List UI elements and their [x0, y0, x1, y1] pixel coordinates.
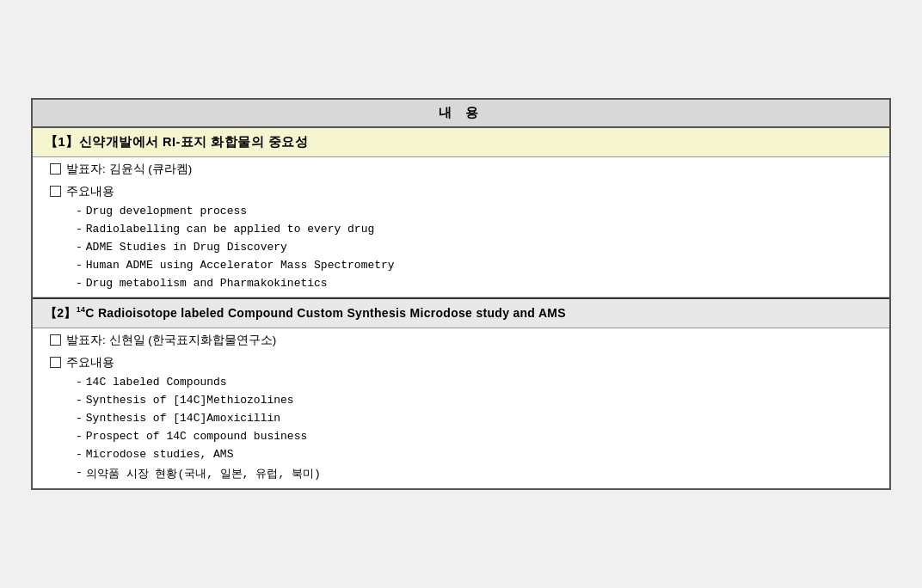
section-2-header: 【2】14C Radioisotope labeled Compound Cus… [33, 297, 889, 328]
section-1-presenter-row: 발표자: 김윤식 (큐라켐) [33, 157, 889, 180]
list-item: - Synthesis of [14C]Amoxicillin [33, 409, 889, 427]
checkbox-icon-1 [50, 163, 61, 175]
section-2-header-prefix: 【2】 [45, 306, 77, 320]
section-1-content-label: 주요내용 [66, 184, 114, 199]
list-item: - ADME Studies in Drug Discovery [33, 238, 889, 256]
item-text: Drug development process [86, 205, 247, 217]
item-text: Microdose studies, AMS [86, 448, 234, 461]
section-1-content-label-row: 주요내용 [33, 180, 889, 202]
list-item: - Drug development process [33, 202, 889, 220]
item-text: Prospect of 14C compound business [86, 430, 307, 443]
section-1-content: 발표자: 김윤식 (큐라켐) 주요내용 - Drug development p… [33, 157, 889, 297]
item-text: Radiolabelling can be applied to every d… [86, 223, 374, 236]
checkbox-icon-2 [50, 186, 61, 197]
checkbox-icon-4 [50, 357, 61, 368]
section-2-content: 발표자: 신현일 (한국표지화합물연구소) 주요내용 - 14C labeled… [33, 328, 889, 488]
superscript-14: 14 [77, 305, 86, 314]
section-1: 【1】신약개발에서 RI-표지 화합물의 중요성 발표자: 김윤식 (큐라켐) … [33, 128, 889, 297]
header-title: 내 용 [439, 105, 483, 119]
main-table: 내 용 【1】신약개발에서 RI-표지 화합물의 중요성 발표자: 김윤식 (큐… [31, 98, 891, 490]
list-item: - 14C labeled Compounds [33, 373, 889, 391]
item-text: ADME Studies in Drug Discovery [86, 241, 287, 254]
section-2-header-suffix: C Radioisotope labeled Compound Custom S… [85, 306, 566, 320]
item-text: 14C labeled Compounds [86, 376, 227, 389]
section-1-header: 【1】신약개발에서 RI-표지 화합물의 중요성 [33, 128, 889, 157]
list-item: - Radiolabelling can be applied to every… [33, 220, 889, 238]
item-text: 의약품 시장 현황(국내, 일본, 유럽, 북미) [86, 466, 321, 481]
section-2: 【2】14C Radioisotope labeled Compound Cus… [33, 297, 889, 488]
checkbox-icon-3 [50, 334, 61, 346]
table-header: 내 용 [33, 100, 889, 128]
section-2-presenter-row: 발표자: 신현일 (한국표지화합물연구소) [33, 328, 889, 351]
item-text: Synthesis of [14C]Methiozolines [86, 394, 294, 407]
list-item: - Prospect of 14C compound business [33, 427, 889, 445]
item-text: Drug metabolism and Pharmakokinetics [86, 277, 328, 290]
list-item: - Drug metabolism and Pharmakokinetics [33, 274, 889, 297]
item-text: Synthesis of [14C]Amoxicillin [86, 412, 280, 425]
section-1-header-text: 【1】신약개발에서 RI-표지 화합물의 중요성 [45, 135, 308, 149]
list-item: - Human ADME using Accelerator Mass Spec… [33, 256, 889, 274]
section-2-presenter: 발표자: 신현일 (한국표지화합물연구소) [66, 333, 276, 348]
section-2-content-label: 주요내용 [66, 355, 114, 371]
list-item: - Synthesis of [14C]Methiozolines [33, 391, 889, 409]
list-item: - Microdose studies, AMS [33, 445, 889, 463]
section-1-presenter: 발표자: 김윤식 (큐라켐) [66, 162, 192, 177]
list-item: - 의약품 시장 현황(국내, 일본, 유럽, 북미) [33, 463, 889, 488]
item-text: Human ADME using Accelerator Mass Spectr… [86, 259, 395, 272]
section-2-content-label-row: 주요내용 [33, 351, 889, 373]
